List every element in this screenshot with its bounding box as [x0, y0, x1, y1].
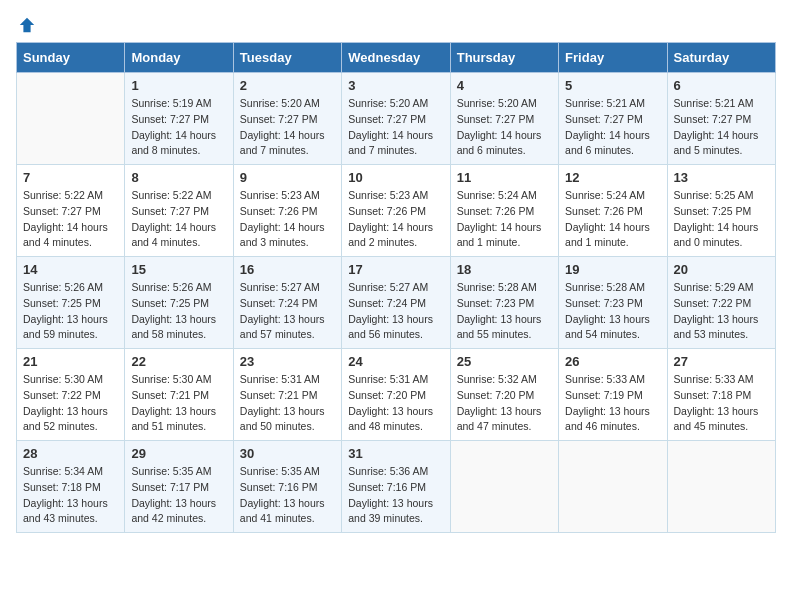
calendar-week-row: 21Sunrise: 5:30 AMSunset: 7:22 PMDayligh… [17, 349, 776, 441]
calendar-cell: 27Sunrise: 5:33 AMSunset: 7:18 PMDayligh… [667, 349, 775, 441]
day-number: 19 [565, 262, 660, 277]
logo-icon [18, 16, 36, 34]
day-info: Sunrise: 5:35 AMSunset: 7:17 PMDaylight:… [131, 464, 226, 527]
calendar-cell: 25Sunrise: 5:32 AMSunset: 7:20 PMDayligh… [450, 349, 558, 441]
calendar-cell: 17Sunrise: 5:27 AMSunset: 7:24 PMDayligh… [342, 257, 450, 349]
calendar-cell [450, 441, 558, 533]
header-monday: Monday [125, 43, 233, 73]
day-info: Sunrise: 5:20 AMSunset: 7:27 PMDaylight:… [457, 96, 552, 159]
day-info: Sunrise: 5:26 AMSunset: 7:25 PMDaylight:… [131, 280, 226, 343]
calendar-cell: 28Sunrise: 5:34 AMSunset: 7:18 PMDayligh… [17, 441, 125, 533]
day-info: Sunrise: 5:20 AMSunset: 7:27 PMDaylight:… [240, 96, 335, 159]
day-info: Sunrise: 5:33 AMSunset: 7:18 PMDaylight:… [674, 372, 769, 435]
calendar-cell: 11Sunrise: 5:24 AMSunset: 7:26 PMDayligh… [450, 165, 558, 257]
day-number: 22 [131, 354, 226, 369]
day-number: 14 [23, 262, 118, 277]
day-info: Sunrise: 5:27 AMSunset: 7:24 PMDaylight:… [240, 280, 335, 343]
calendar-cell: 10Sunrise: 5:23 AMSunset: 7:26 PMDayligh… [342, 165, 450, 257]
day-info: Sunrise: 5:23 AMSunset: 7:26 PMDaylight:… [240, 188, 335, 251]
day-number: 6 [674, 78, 769, 93]
day-number: 15 [131, 262, 226, 277]
calendar-week-row: 28Sunrise: 5:34 AMSunset: 7:18 PMDayligh… [17, 441, 776, 533]
day-number: 17 [348, 262, 443, 277]
day-info: Sunrise: 5:19 AMSunset: 7:27 PMDaylight:… [131, 96, 226, 159]
day-number: 29 [131, 446, 226, 461]
day-info: Sunrise: 5:25 AMSunset: 7:25 PMDaylight:… [674, 188, 769, 251]
calendar-week-row: 14Sunrise: 5:26 AMSunset: 7:25 PMDayligh… [17, 257, 776, 349]
day-number: 9 [240, 170, 335, 185]
calendar-cell: 2Sunrise: 5:20 AMSunset: 7:27 PMDaylight… [233, 73, 341, 165]
day-info: Sunrise: 5:32 AMSunset: 7:20 PMDaylight:… [457, 372, 552, 435]
day-number: 1 [131, 78, 226, 93]
day-info: Sunrise: 5:22 AMSunset: 7:27 PMDaylight:… [131, 188, 226, 251]
day-number: 12 [565, 170, 660, 185]
calendar-cell: 24Sunrise: 5:31 AMSunset: 7:20 PMDayligh… [342, 349, 450, 441]
day-number: 8 [131, 170, 226, 185]
svg-marker-0 [20, 18, 34, 32]
day-number: 7 [23, 170, 118, 185]
logo [16, 16, 36, 34]
day-info: Sunrise: 5:21 AMSunset: 7:27 PMDaylight:… [674, 96, 769, 159]
day-info: Sunrise: 5:21 AMSunset: 7:27 PMDaylight:… [565, 96, 660, 159]
calendar-cell: 29Sunrise: 5:35 AMSunset: 7:17 PMDayligh… [125, 441, 233, 533]
day-number: 28 [23, 446, 118, 461]
calendar-cell: 19Sunrise: 5:28 AMSunset: 7:23 PMDayligh… [559, 257, 667, 349]
day-number: 4 [457, 78, 552, 93]
day-number: 25 [457, 354, 552, 369]
calendar-week-row: 7Sunrise: 5:22 AMSunset: 7:27 PMDaylight… [17, 165, 776, 257]
calendar-cell: 22Sunrise: 5:30 AMSunset: 7:21 PMDayligh… [125, 349, 233, 441]
day-number: 27 [674, 354, 769, 369]
day-info: Sunrise: 5:28 AMSunset: 7:23 PMDaylight:… [565, 280, 660, 343]
header-tuesday: Tuesday [233, 43, 341, 73]
day-number: 30 [240, 446, 335, 461]
calendar-cell: 5Sunrise: 5:21 AMSunset: 7:27 PMDaylight… [559, 73, 667, 165]
day-info: Sunrise: 5:29 AMSunset: 7:22 PMDaylight:… [674, 280, 769, 343]
day-number: 11 [457, 170, 552, 185]
day-info: Sunrise: 5:34 AMSunset: 7:18 PMDaylight:… [23, 464, 118, 527]
header-thursday: Thursday [450, 43, 558, 73]
calendar-cell: 8Sunrise: 5:22 AMSunset: 7:27 PMDaylight… [125, 165, 233, 257]
calendar-cell: 6Sunrise: 5:21 AMSunset: 7:27 PMDaylight… [667, 73, 775, 165]
calendar-cell: 18Sunrise: 5:28 AMSunset: 7:23 PMDayligh… [450, 257, 558, 349]
day-number: 26 [565, 354, 660, 369]
calendar-header-row: Sunday Monday Tuesday Wednesday Thursday… [17, 43, 776, 73]
day-info: Sunrise: 5:23 AMSunset: 7:26 PMDaylight:… [348, 188, 443, 251]
day-number: 13 [674, 170, 769, 185]
calendar-cell: 16Sunrise: 5:27 AMSunset: 7:24 PMDayligh… [233, 257, 341, 349]
calendar-week-row: 1Sunrise: 5:19 AMSunset: 7:27 PMDaylight… [17, 73, 776, 165]
calendar-cell: 14Sunrise: 5:26 AMSunset: 7:25 PMDayligh… [17, 257, 125, 349]
calendar-cell: 26Sunrise: 5:33 AMSunset: 7:19 PMDayligh… [559, 349, 667, 441]
day-info: Sunrise: 5:36 AMSunset: 7:16 PMDaylight:… [348, 464, 443, 527]
calendar-cell: 3Sunrise: 5:20 AMSunset: 7:27 PMDaylight… [342, 73, 450, 165]
calendar-cell: 12Sunrise: 5:24 AMSunset: 7:26 PMDayligh… [559, 165, 667, 257]
day-number: 5 [565, 78, 660, 93]
calendar-cell: 21Sunrise: 5:30 AMSunset: 7:22 PMDayligh… [17, 349, 125, 441]
day-info: Sunrise: 5:31 AMSunset: 7:20 PMDaylight:… [348, 372, 443, 435]
day-info: Sunrise: 5:31 AMSunset: 7:21 PMDaylight:… [240, 372, 335, 435]
calendar-cell [559, 441, 667, 533]
calendar-cell: 15Sunrise: 5:26 AMSunset: 7:25 PMDayligh… [125, 257, 233, 349]
day-info: Sunrise: 5:24 AMSunset: 7:26 PMDaylight:… [457, 188, 552, 251]
calendar-cell: 30Sunrise: 5:35 AMSunset: 7:16 PMDayligh… [233, 441, 341, 533]
calendar-table: Sunday Monday Tuesday Wednesday Thursday… [16, 42, 776, 533]
header-friday: Friday [559, 43, 667, 73]
calendar-cell: 23Sunrise: 5:31 AMSunset: 7:21 PMDayligh… [233, 349, 341, 441]
day-number: 31 [348, 446, 443, 461]
day-number: 3 [348, 78, 443, 93]
day-number: 21 [23, 354, 118, 369]
header-saturday: Saturday [667, 43, 775, 73]
day-number: 2 [240, 78, 335, 93]
day-info: Sunrise: 5:30 AMSunset: 7:21 PMDaylight:… [131, 372, 226, 435]
calendar-cell [17, 73, 125, 165]
calendar-cell: 9Sunrise: 5:23 AMSunset: 7:26 PMDaylight… [233, 165, 341, 257]
day-info: Sunrise: 5:24 AMSunset: 7:26 PMDaylight:… [565, 188, 660, 251]
calendar-cell [667, 441, 775, 533]
day-number: 23 [240, 354, 335, 369]
day-info: Sunrise: 5:26 AMSunset: 7:25 PMDaylight:… [23, 280, 118, 343]
day-info: Sunrise: 5:33 AMSunset: 7:19 PMDaylight:… [565, 372, 660, 435]
day-number: 20 [674, 262, 769, 277]
day-number: 10 [348, 170, 443, 185]
day-number: 16 [240, 262, 335, 277]
page-header [16, 16, 776, 34]
header-wednesday: Wednesday [342, 43, 450, 73]
